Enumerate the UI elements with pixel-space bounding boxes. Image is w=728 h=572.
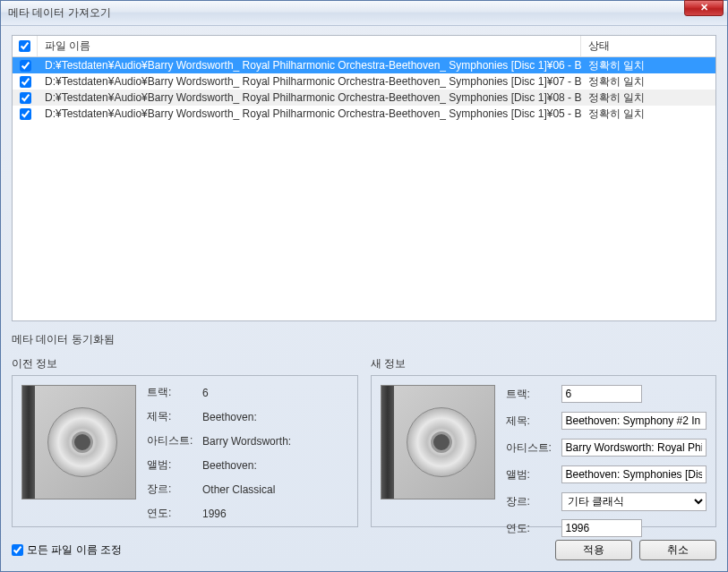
track-label: 트랙: xyxy=(506,387,561,402)
table-row[interactable]: D:¥Testdaten¥Audio¥Barry Wordsworth_ Roy… xyxy=(13,57,715,73)
adjust-all-filenames-label[interactable]: 모든 파일 이름 조정 xyxy=(12,542,548,558)
new-info-title: 새 정보 xyxy=(371,356,717,375)
dialog-window: 메타 데이터 가져오기 ✕ 파일 이름 상태 D:¥Testdaten¥Audi… xyxy=(0,0,728,572)
prev-genre-value: Other Classical xyxy=(202,483,275,496)
row-filename: D:¥Testdaten¥Audio¥Barry Wordsworth_ Roy… xyxy=(38,73,581,90)
prev-album-value: Beethoven: xyxy=(202,459,257,472)
prev-year-value: 1996 xyxy=(202,508,227,520)
genre-label: 장르: xyxy=(147,482,202,497)
header-filename[interactable]: 파일 이름 xyxy=(38,36,581,56)
new-genre-select[interactable]: 기타 클래식 xyxy=(561,492,707,511)
previous-info-panel: 이전 정보 트랙: 6 제목: Beethoven: xyxy=(12,356,358,527)
window-title: 메타 데이터 가져오기 xyxy=(8,5,724,21)
new-info-panel: 새 정보 트랙: 제목: xyxy=(371,356,717,527)
close-button[interactable]: ✕ xyxy=(684,0,724,16)
prev-artist-value: Barry Wordsworth: xyxy=(202,435,291,448)
new-title-input[interactable] xyxy=(561,412,707,430)
album-art-icon xyxy=(21,385,136,499)
content-area: 파일 이름 상태 D:¥Testdaten¥Audio¥Barry Wordsw… xyxy=(1,26,727,571)
title-label: 제목: xyxy=(506,414,561,429)
new-artist-input[interactable] xyxy=(561,439,707,457)
previous-meta-fields: 트랙: 6 제목: Beethoven: 아티스트: Barry Wordswo… xyxy=(147,385,348,517)
row-filename: D:¥Testdaten¥Audio¥Barry Wordsworth_ Roy… xyxy=(38,57,581,73)
row-checkbox[interactable] xyxy=(20,76,31,88)
row-checkbox[interactable] xyxy=(20,60,31,72)
row-checkbox[interactable] xyxy=(20,92,31,104)
new-meta-fields: 트랙: 제목: 아티스트: 앨범: xyxy=(506,385,707,517)
previous-info-body: 트랙: 6 제목: Beethoven: 아티스트: Barry Wordswo… xyxy=(12,375,358,527)
header-check-col xyxy=(13,36,38,56)
genre-label: 장르: xyxy=(506,494,561,509)
album-label: 앨범: xyxy=(506,467,561,482)
header-status[interactable]: 상태 xyxy=(581,36,715,56)
prev-track-value: 6 xyxy=(202,387,209,399)
row-checkbox[interactable] xyxy=(20,108,31,120)
prev-title-value: Beethoven: xyxy=(202,411,257,423)
new-info-body: 트랙: 제목: 아티스트: 앨범: xyxy=(371,375,717,527)
row-status: 정확히 일치 xyxy=(581,57,715,73)
cancel-button[interactable]: 취소 xyxy=(639,540,716,560)
titlebar: 메타 데이터 가져오기 ✕ xyxy=(1,1,727,26)
footer-bar: 모든 파일 이름 조정 적용 취소 xyxy=(12,534,716,560)
album-label: 앨범: xyxy=(147,457,202,473)
adjust-all-filenames-checkbox[interactable] xyxy=(12,544,23,556)
sync-status-label: 메타 데이터 동기화됨 xyxy=(12,329,716,349)
list-header: 파일 이름 상태 xyxy=(13,36,715,57)
year-label: 연도: xyxy=(506,521,561,536)
year-label: 연도: xyxy=(147,506,202,521)
new-track-input[interactable] xyxy=(561,385,642,403)
row-status: 정확히 일치 xyxy=(581,73,715,90)
table-row[interactable]: D:¥Testdaten¥Audio¥Barry Wordsworth_ Roy… xyxy=(13,90,715,106)
list-body: D:¥Testdaten¥Audio¥Barry Wordsworth_ Roy… xyxy=(13,57,715,320)
info-panels: 이전 정보 트랙: 6 제목: Beethoven: xyxy=(12,356,716,527)
cd-disc-icon xyxy=(407,407,476,477)
row-status: 정확히 일치 xyxy=(581,106,715,122)
file-list: 파일 이름 상태 D:¥Testdaten¥Audio¥Barry Wordsw… xyxy=(12,35,716,321)
row-filename: D:¥Testdaten¥Audio¥Barry Wordsworth_ Roy… xyxy=(38,106,581,122)
table-row[interactable]: D:¥Testdaten¥Audio¥Barry Wordsworth_ Roy… xyxy=(13,106,715,122)
row-status: 정확히 일치 xyxy=(581,90,715,106)
track-label: 트랙: xyxy=(147,385,202,400)
artist-label: 아티스트: xyxy=(506,440,561,456)
album-art-icon xyxy=(381,385,495,499)
row-filename: D:¥Testdaten¥Audio¥Barry Wordsworth_ Roy… xyxy=(38,90,581,106)
artist-label: 아티스트: xyxy=(147,433,202,448)
cd-disc-icon xyxy=(47,407,117,477)
title-label: 제목: xyxy=(147,409,202,424)
table-row[interactable]: D:¥Testdaten¥Audio¥Barry Wordsworth_ Roy… xyxy=(13,73,715,90)
new-album-input[interactable] xyxy=(561,465,707,483)
adjust-all-filenames-text: 모든 파일 이름 조정 xyxy=(27,542,122,558)
apply-button[interactable]: 적용 xyxy=(555,540,632,560)
previous-info-title: 이전 정보 xyxy=(12,356,358,375)
select-all-checkbox[interactable] xyxy=(19,40,30,52)
